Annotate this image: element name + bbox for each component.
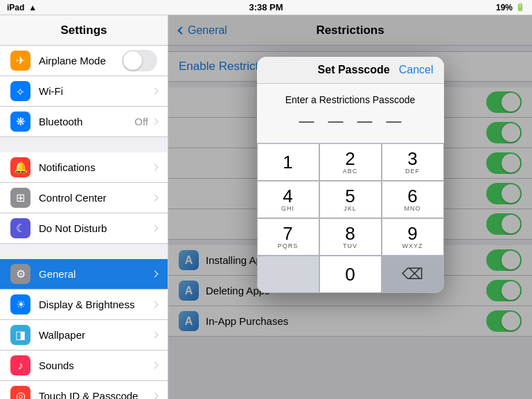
sounds-chevron-icon [152, 362, 159, 369]
modal-cancel-button[interactable]: Cancel [399, 64, 434, 76]
airplane-mode-toggle[interactable] [122, 50, 157, 71]
wifi-signal: ▲ [28, 3, 37, 12]
modal-title-bar: Set Passcode Cancel [257, 57, 444, 84]
dot-4: — [387, 114, 402, 129]
key-letters: GHI [281, 205, 294, 212]
sidebar-items-container: ✈Airplane Mode⟡Wi-Fi❋BluetoothOff🔔Notifi… [0, 46, 168, 399]
key-letters: WXYZ [402, 242, 423, 249]
status-bar: iPad ▲ 3:38 PM 19% 🔋 [0, 0, 532, 15]
passcode-dots: — — — — [267, 114, 434, 129]
sidebar-separator [0, 137, 168, 152]
key-letters: DEF [405, 168, 420, 175]
key-number: 1 [283, 153, 292, 171]
key-number: 0 [345, 265, 355, 283]
wallpaper-icon: ◨ [10, 325, 30, 345]
notifications-icon: 🔔 [10, 157, 30, 177]
modal-overlay: Set Passcode Cancel Enter a Restrictions… [168, 15, 532, 399]
sidebar-item-control-center[interactable]: ⊞Control Center [0, 183, 168, 213]
sidebar-item-wifi[interactable]: ⟡Wi-Fi [0, 76, 168, 107]
wifi-icon: ⟡ [10, 81, 30, 101]
key-number: 3 [407, 150, 417, 168]
numpad-key-9[interactable]: 9WXYZ [382, 218, 444, 256]
sidebar-item-bluetooth[interactable]: ❋BluetoothOff [0, 107, 168, 137]
key-letters: TUV [343, 242, 357, 249]
modal-prompt: Enter a Restrictions Passcode [267, 94, 434, 105]
numpad-key-7[interactable]: 7PQRS [257, 218, 319, 256]
sidebar-item-label-touchid: Touch ID & Passcode [39, 390, 152, 399]
touchid-chevron-icon [152, 393, 159, 399]
sidebar-item-label-wifi: Wi-Fi [39, 85, 152, 97]
key-number: 7 [283, 224, 292, 242]
battery-icon: 🔋 [515, 3, 525, 12]
display-icon: ☀ [10, 294, 30, 314]
numpad: 12ABC3DEF4GHI5JKL6MNO7PQRS8TUV9WXYZ0⌫ [257, 143, 444, 293]
sidebar-item-label-notifications: Notifications [39, 161, 152, 173]
touchid-icon: ◎ [10, 386, 30, 399]
sidebar-item-label-sounds: Sounds [39, 360, 152, 371]
numpad-key-0[interactable]: 0 [319, 256, 382, 293]
sidebar-title: Settings [60, 24, 107, 37]
sidebar-item-do-not-disturb[interactable]: ☾Do Not Disturb [0, 213, 168, 244]
bluetooth-value: Off [134, 116, 148, 127]
numpad-key-5[interactable]: 5JKL [319, 181, 382, 218]
sidebar-item-airplane-mode[interactable]: ✈Airplane Mode [0, 46, 168, 76]
notifications-chevron-icon [152, 164, 159, 171]
empty-key [257, 256, 319, 293]
key-number: 5 [345, 187, 355, 205]
status-left: iPad ▲ [7, 3, 37, 12]
do-not-disturb-icon: ☾ [10, 218, 30, 238]
numpad-key-8[interactable]: 8TUV [319, 218, 382, 256]
key-number: 6 [407, 187, 417, 205]
sidebar-item-display[interactable]: ☀Display & Brightness [0, 290, 168, 320]
delete-icon: ⌫ [402, 265, 423, 283]
battery-percentage: 19% [496, 3, 513, 12]
key-number: 9 [407, 224, 417, 242]
main-layout: Settings ✈Airplane Mode⟡Wi-Fi❋BluetoothO… [0, 15, 532, 399]
sidebar-item-label-general: General [39, 268, 152, 280]
key-number: 8 [345, 224, 355, 242]
key-letters: ABC [343, 168, 358, 175]
numpad-key-1[interactable]: 1 [257, 143, 319, 181]
airplane-mode-icon: ✈ [10, 51, 30, 71]
ipad-label: iPad [7, 3, 24, 12]
sidebar-item-label-control-center: Control Center [39, 192, 152, 204]
numpad-key-2[interactable]: 2ABC [319, 143, 382, 181]
delete-key[interactable]: ⌫ [382, 256, 444, 293]
sidebar-item-sounds[interactable]: ♪Sounds [0, 351, 168, 381]
numpad-key-6[interactable]: 6MNO [382, 181, 444, 218]
key-letters: JKL [344, 205, 357, 212]
sidebar-item-label-bluetooth: Bluetooth [39, 116, 134, 127]
status-time: 3:38 PM [249, 2, 283, 12]
display-chevron-icon [152, 301, 159, 308]
wallpaper-chevron-icon [152, 332, 159, 339]
bluetooth-icon: ❋ [10, 112, 30, 132]
status-right: 19% 🔋 [496, 3, 525, 12]
sidebar: Settings ✈Airplane Mode⟡Wi-Fi❋BluetoothO… [0, 15, 168, 399]
sidebar-header: Settings [0, 15, 168, 46]
dot-1: — [299, 114, 314, 129]
sidebar-item-general[interactable]: ⚙General [0, 259, 168, 290]
do-not-disturb-chevron-icon [152, 225, 159, 232]
numpad-key-3[interactable]: 3DEF [382, 143, 444, 181]
general-chevron-icon [152, 271, 159, 278]
sidebar-item-label-do-not-disturb: Do Not Disturb [39, 222, 152, 234]
control-center-chevron-icon [152, 195, 159, 202]
dot-2: — [328, 114, 344, 129]
sidebar-item-label-wallpaper: Wallpaper [39, 329, 152, 341]
modal-body: Enter a Restrictions Passcode — — — — [257, 84, 444, 143]
right-panel: General Restrictions Enable Restrictions [168, 15, 532, 399]
general-icon: ⚙ [10, 264, 30, 284]
sidebar-separator [0, 244, 168, 259]
bluetooth-chevron-icon [152, 118, 159, 125]
key-number: 4 [283, 187, 292, 205]
sidebar-item-label-airplane-mode: Airplane Mode [39, 55, 122, 66]
key-letters: PQRS [278, 242, 299, 249]
sidebar-item-wallpaper[interactable]: ◨Wallpaper [0, 320, 168, 351]
dot-3: — [357, 114, 373, 129]
sounds-icon: ♪ [10, 355, 30, 375]
numpad-key-4[interactable]: 4GHI [257, 181, 319, 218]
passcode-modal: Set Passcode Cancel Enter a Restrictions… [257, 57, 444, 293]
sidebar-item-touchid[interactable]: ◎Touch ID & Passcode [0, 381, 168, 399]
control-center-icon: ⊞ [10, 188, 30, 208]
sidebar-item-notifications[interactable]: 🔔Notifications [0, 152, 168, 183]
